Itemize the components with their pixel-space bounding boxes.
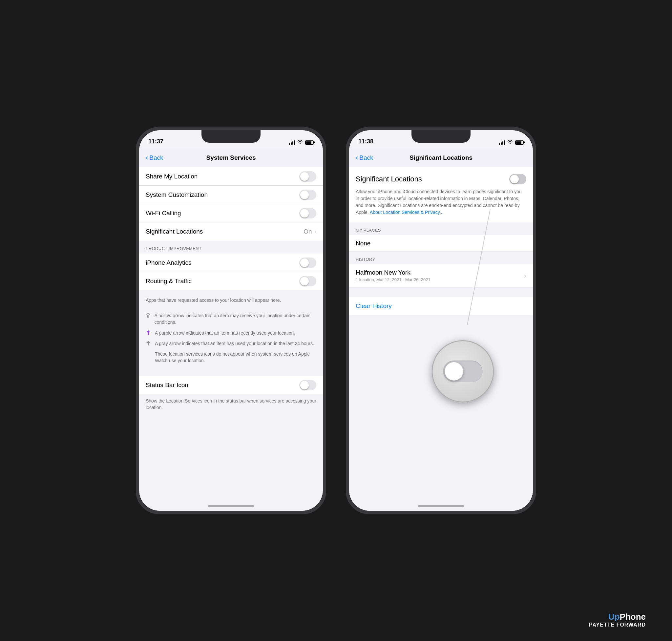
status-icons-2: [499, 140, 524, 146]
content-2: Significant Locations Allow your iPhone …: [349, 167, 533, 511]
hollow-arrow-desc: A hollow arrow indicates that an item ma…: [154, 312, 316, 326]
notch-2: [412, 130, 471, 143]
chevron-left-icon: ‹: [146, 153, 148, 162]
home-indicator: [208, 505, 254, 507]
halfmoon-row[interactable]: Halfmoon New York 1 location, Mar 12, 20…: [349, 264, 533, 287]
sig-loc-title: Significant Locations: [356, 175, 422, 183]
signal-icon-2: [499, 140, 505, 145]
clear-history-row[interactable]: Clear History: [349, 297, 533, 315]
hollow-arrow-row: A hollow arrow indicates that an item ma…: [146, 310, 316, 328]
phone-2: 11:38: [346, 127, 536, 514]
status-bar-icon-label: Status Bar Icon: [146, 382, 299, 389]
significant-locations-row[interactable]: Significant Locations On ›: [139, 222, 323, 241]
watermark-upphone: UpPhone: [589, 612, 646, 622]
share-my-location-toggle[interactable]: [299, 171, 316, 182]
notch: [201, 130, 260, 143]
icon-descriptions: A hollow arrow indicates that an item ma…: [139, 310, 323, 366]
status-time: 11:37: [148, 138, 163, 146]
page-title: System Services: [178, 154, 283, 161]
sig-loc-desc: Allow your iPhone and iCloud connected d…: [349, 185, 533, 222]
phone-1: 11:37: [136, 127, 326, 514]
history-header: HISTORY: [349, 251, 533, 264]
share-my-location-row[interactable]: Share My Location: [139, 167, 323, 186]
bottom-section: Status Bar Icon: [139, 376, 323, 394]
none-text: None: [356, 240, 371, 247]
gray-arrow-row: A gray arrow indicates that an item has …: [146, 338, 316, 349]
apps-description: Apps that have requested access to your …: [146, 297, 316, 304]
description-block: Apps that have requested access to your …: [139, 290, 323, 310]
status-bar-icon-toggle[interactable]: [299, 380, 316, 390]
iphone-analytics-label: iPhone Analytics: [146, 259, 299, 267]
sig-loc-toggle[interactable]: [509, 174, 526, 185]
routing-traffic-label: Routing & Traffic: [146, 277, 299, 285]
routing-traffic-row[interactable]: Routing & Traffic: [139, 272, 323, 290]
chevron-right-icon: ›: [315, 229, 316, 234]
status-icons: [289, 140, 314, 146]
magnified-toggle: [443, 360, 483, 382]
page-title-2: Significant Locations: [389, 154, 494, 161]
back-button-2[interactable]: ‹ Back: [356, 153, 389, 162]
wifi-calling-toggle[interactable]: [299, 208, 316, 218]
chevron-left-icon-2: ‹: [356, 153, 358, 162]
wifi-calling-label: Wi-Fi Calling: [146, 209, 299, 217]
back-button[interactable]: ‹ Back: [146, 153, 178, 162]
significant-locations-value: On: [304, 228, 312, 235]
gray-arrow-desc: A gray arrow indicates that an item has …: [155, 340, 314, 347]
watch-desc-row: These location services icons do not app…: [146, 349, 316, 366]
system-customization-toggle[interactable]: [299, 190, 316, 200]
status-time-2: 11:38: [358, 138, 373, 146]
nav-bar: ‹ Back System Services: [139, 148, 323, 167]
status-bar-icon-row[interactable]: Status Bar Icon: [139, 376, 323, 394]
history-section: HISTORY Halfmoon New York 1 location, Ma…: [349, 251, 533, 287]
back-label-2[interactable]: Back: [359, 154, 373, 161]
halfmoon-content: Halfmoon New York 1 location, Mar 12, 20…: [356, 269, 430, 282]
none-row: None: [349, 235, 533, 251]
battery-icon: [305, 140, 314, 145]
status-bar-desc: Show the Location Services icon in the s…: [146, 398, 316, 410]
purple-arrow-row: A purple arrow indicates that an item ha…: [146, 328, 316, 338]
my-places-section: MY PLACES None: [349, 222, 533, 251]
nav-bar-2: ‹ Back Significant Locations: [349, 148, 533, 167]
system-customization-row[interactable]: System Customization: [139, 186, 323, 204]
product-improvement-header: PRODUCT IMPROVEMENT: [139, 241, 323, 254]
iphone-analytics-row[interactable]: iPhone Analytics: [139, 254, 323, 272]
battery-icon-2: [515, 140, 524, 145]
halfmoon-sub: 1 location, Mar 12, 2021 - Mar 26, 2021: [356, 277, 430, 282]
back-label[interactable]: Back: [149, 154, 163, 161]
purple-arrow-icon: [146, 330, 151, 336]
gray-arrow-icon: [146, 340, 151, 346]
system-customization-label: System Customization: [146, 191, 299, 199]
clear-history-button[interactable]: Clear History: [356, 302, 392, 310]
significant-locations-label: Significant Locations: [146, 228, 304, 235]
magnified-knob: [445, 362, 463, 381]
halfmoon-chevron: ›: [524, 272, 526, 279]
watermark: UpPhone PAYETTE FORWARD: [589, 612, 646, 628]
sig-loc-title-row: Significant Locations: [349, 167, 533, 185]
watermark-payette: PAYETTE FORWARD: [589, 622, 646, 628]
magnified-toggle-circle: [432, 340, 494, 403]
share-my-location-label: Share My Location: [146, 173, 299, 180]
wifi-icon: [297, 140, 303, 145]
hollow-arrow-icon: [146, 312, 150, 318]
iphone-analytics-toggle[interactable]: [299, 258, 316, 268]
about-location-link[interactable]: About Location Services & Privacy...: [370, 209, 444, 215]
watch-desc: These location services icons do not app…: [155, 351, 316, 364]
signal-icon: [289, 140, 295, 145]
wifi-calling-row[interactable]: Wi-Fi Calling: [139, 204, 323, 222]
content: Share My Location System Customization W…: [139, 167, 323, 511]
sig-loc-header: Significant Locations Allow your iPhone …: [349, 167, 533, 222]
routing-traffic-toggle[interactable]: [299, 276, 316, 286]
status-bar-desc-block: Show the Location Services icon in the s…: [139, 394, 323, 414]
home-indicator-2: [418, 505, 464, 507]
wifi-icon-2: [507, 140, 513, 145]
halfmoon-title: Halfmoon New York: [356, 269, 430, 276]
purple-arrow-desc: A purple arrow indicates that an item ha…: [155, 330, 295, 336]
my-places-header: MY PLACES: [349, 222, 533, 235]
